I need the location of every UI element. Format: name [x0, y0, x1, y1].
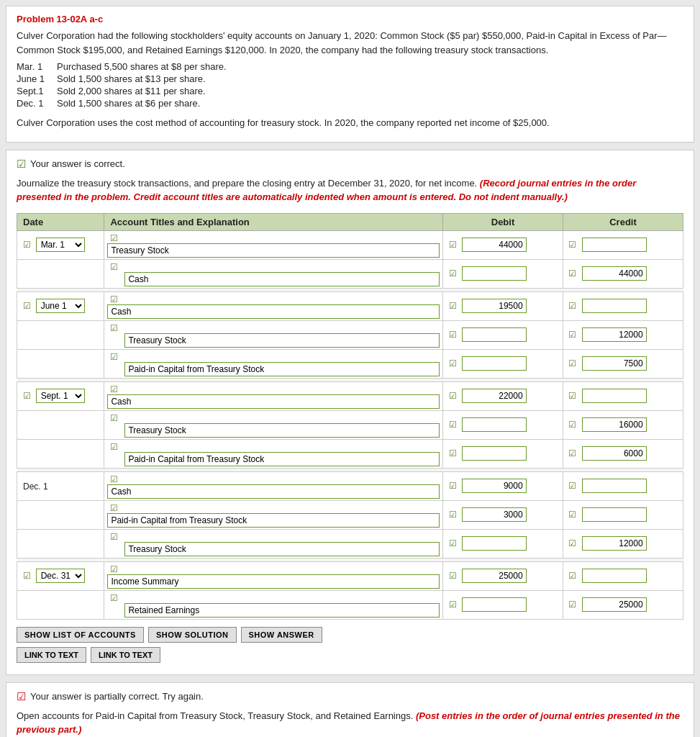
- account-input-2c[interactable]: [124, 362, 440, 376]
- row-check-icon: ☑: [107, 503, 120, 513]
- account-cell-4c: ☑: [104, 529, 443, 558]
- problem-description: Culver Corporation had the following sto…: [17, 29, 683, 57]
- account-input-4a[interactable]: [107, 484, 440, 499]
- account-input-3a[interactable]: [107, 394, 440, 409]
- row-check-icon: ☑: [107, 384, 120, 394]
- credit-input-1b[interactable]: [582, 266, 647, 281]
- row-check-icon: ☑: [107, 442, 120, 452]
- check-icon: ☑: [446, 481, 459, 491]
- row-check-icon: ☑: [20, 391, 33, 401]
- debit-cell-3a: ☑: [443, 381, 563, 410]
- table-row: ☑ ☑ ☑: [17, 259, 683, 288]
- date-select-3[interactable]: Sept. 1: [36, 389, 85, 403]
- date-cell-empty: [17, 439, 104, 468]
- debit-cell-1a: ☑: [443, 230, 563, 259]
- account-cell-5a: ☑: [104, 561, 443, 590]
- debit-input-5a[interactable]: [462, 569, 527, 583]
- table-row: ☑ ☑ ☑: [17, 590, 683, 619]
- date-cell-empty: [17, 500, 104, 529]
- journal-table: Date Account Titles and Explanation Debi…: [17, 213, 683, 620]
- show-list-button[interactable]: Show List of Accounts: [17, 627, 144, 643]
- debit-input-2c[interactable]: [462, 356, 527, 371]
- check-icon: ☑: [446, 330, 459, 340]
- check-icon: ☑: [566, 481, 579, 491]
- account-input-2a[interactable]: [107, 304, 440, 319]
- link-text-button-2[interactable]: Link to Text: [91, 647, 160, 663]
- account-input-2b[interactable]: [124, 333, 440, 348]
- debit-input-2a[interactable]: [462, 299, 527, 313]
- credit-cell-2a: ☑: [563, 291, 683, 320]
- credit-cell-3a: ☑: [563, 381, 683, 410]
- account-input-1a[interactable]: [107, 243, 440, 258]
- credit-input-3b[interactable]: [582, 417, 647, 432]
- date-select-5[interactable]: Dec. 31: [36, 569, 85, 583]
- debit-cell-2b: ☑: [443, 320, 563, 349]
- account-input-4c[interactable]: [124, 542, 440, 556]
- account-input-5a[interactable]: [107, 574, 440, 589]
- date-cell-4: Dec. 1: [17, 471, 104, 500]
- date-cell-empty: [17, 320, 104, 349]
- credit-cell-3c: ☑: [563, 439, 683, 468]
- problem-section: Problem 13-02A a-c Culver Corporation ha…: [6, 6, 694, 143]
- debit-cell-5a: ☑: [443, 561, 563, 590]
- date-cell-1: ☑ Mar. 1: [17, 230, 104, 259]
- link-text-button-1[interactable]: Link to Text: [17, 647, 86, 663]
- credit-cell-1b: ☑: [563, 259, 683, 288]
- debit-cell-4b: ☑: [443, 500, 563, 529]
- problem-title: Problem 13-02A a-c: [17, 14, 683, 24]
- partial-message: Your answer is partially correct. Try ag…: [30, 691, 204, 702]
- account-input-3b[interactable]: [124, 423, 440, 438]
- credit-input-4a[interactable]: [582, 479, 647, 493]
- debit-input-2b[interactable]: [462, 327, 527, 342]
- debit-cell-1b: ☑: [443, 259, 563, 288]
- page-wrapper: Problem 13-02A a-c Culver Corporation ha…: [0, 0, 700, 737]
- debit-input-4b[interactable]: [462, 507, 527, 522]
- credit-input-5a[interactable]: [582, 569, 647, 583]
- debit-input-5b[interactable]: [462, 597, 527, 612]
- debit-input-3b[interactable]: [462, 417, 527, 432]
- debit-input-3c[interactable]: [462, 446, 527, 461]
- credit-input-3c[interactable]: [582, 446, 647, 461]
- credit-cell-4a: ☑: [563, 471, 683, 500]
- transaction-3: Sept.1 Sold 2,000 shares at $11 per shar…: [17, 86, 683, 96]
- debit-input-1a[interactable]: [462, 238, 527, 252]
- t-instruction-main: Open accounts for Paid-in Capital from T…: [17, 710, 413, 721]
- check-icon: ☑: [566, 358, 579, 368]
- row-check-icon: ☑: [107, 564, 120, 574]
- credit-input-2a[interactable]: [582, 299, 647, 313]
- t2-date: June 1: [17, 73, 54, 84]
- credit-input-5b[interactable]: [582, 597, 647, 612]
- t-account-section: ☑ Your answer is partially correct. Try …: [6, 682, 694, 738]
- debit-input-1b[interactable]: [462, 266, 527, 281]
- date-select-1[interactable]: Mar. 1: [36, 238, 85, 252]
- credit-input-4b[interactable]: [582, 507, 647, 522]
- account-input-1b[interactable]: [124, 272, 440, 286]
- show-solution-button[interactable]: Show Solution: [148, 627, 237, 643]
- debit-input-4a[interactable]: [462, 479, 527, 493]
- debit-cell-4c: ☑: [443, 529, 563, 558]
- row-check-icon: ☑: [107, 352, 120, 362]
- credit-cell-2b: ☑: [563, 320, 683, 349]
- account-input-4b[interactable]: [107, 513, 440, 528]
- table-row: ☑ ☑ ☑: [17, 349, 683, 378]
- credit-input-2c[interactable]: [582, 356, 647, 371]
- debit-input-3a[interactable]: [462, 389, 527, 403]
- check-icon: ☑: [446, 448, 459, 458]
- show-answer-button[interactable]: Show Answer: [241, 627, 322, 643]
- credit-input-2b[interactable]: [582, 327, 647, 342]
- credit-cell-5a: ☑: [563, 561, 683, 590]
- check-icon: ☑: [446, 420, 459, 430]
- credit-cell-4c: ☑: [563, 529, 683, 558]
- debit-input-4c[interactable]: [462, 536, 527, 551]
- correct-indicator: ☑ Your answer is correct.: [17, 158, 683, 171]
- account-input-5b[interactable]: [124, 603, 440, 618]
- button-row-2: Link to Text Link to Text: [17, 647, 683, 663]
- row-check-icon: ☑: [107, 262, 120, 272]
- check-icon: ☑: [566, 448, 579, 458]
- credit-input-1a[interactable]: [582, 238, 647, 252]
- credit-input-3a[interactable]: [582, 389, 647, 403]
- date-select-2[interactable]: June 1: [36, 299, 85, 313]
- credit-input-4c[interactable]: [582, 536, 647, 551]
- account-input-3c[interactable]: [124, 452, 440, 466]
- date-cell-3: ☑ Sept. 1: [17, 381, 104, 410]
